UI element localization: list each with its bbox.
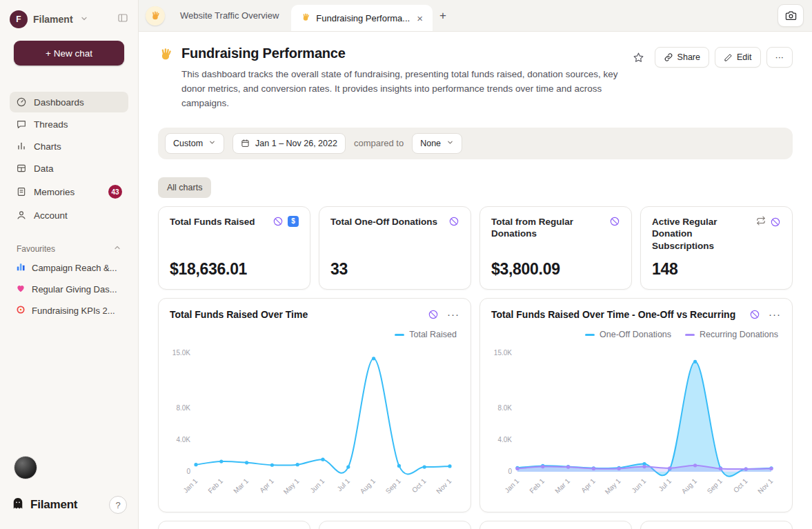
sidebar-item-memories[interactable]: Memories 43 (10, 180, 128, 203)
sidebar-item-dashboards[interactable]: Dashboards (10, 92, 128, 112)
kpi-title: Total Funds Raised (170, 216, 267, 228)
date-range-type-select[interactable]: Custom (165, 133, 224, 154)
memories-count-badge: 43 (108, 185, 122, 199)
sidebar-item-threads[interactable]: Threads (10, 114, 128, 134)
x-axis-label: Mar 1 (232, 477, 250, 495)
x-axis-label: Aug 1 (359, 477, 377, 496)
chart-title: Total Funds Raised Over Time (170, 309, 428, 320)
hide-chart-icon[interactable] (428, 309, 439, 320)
new-tab-button[interactable]: + (433, 6, 453, 26)
help-button[interactable]: ? (109, 496, 127, 514)
tab-website-traffic-overview[interactable]: Website Traffic Overview (168, 0, 291, 32)
favourite-star-button[interactable] (628, 47, 649, 68)
line-chart: 04.0K8.0K15.0KJan 1Feb 1Mar 1Apr 1May 1J… (170, 341, 459, 505)
sidebar-item-account[interactable]: Account (10, 205, 128, 226)
legend-item[interactable]: One-Off Donations (585, 330, 671, 339)
memories-icon (16, 186, 27, 197)
y-axis-label: 15.0K (172, 349, 190, 357)
sidebar-item-data[interactable]: Data (10, 158, 128, 179)
chart-menu-button[interactable]: ··· (447, 308, 459, 320)
data-point (448, 465, 451, 468)
data-point (592, 467, 595, 470)
tab-label: Fundraising Performa... (316, 13, 410, 23)
series-line (517, 362, 771, 477)
y-axis-label: 8.0K (176, 405, 190, 412)
x-axis-label: May 1 (604, 477, 622, 496)
screenshot-button[interactable] (778, 4, 804, 27)
hide-chart-icon[interactable] (448, 216, 459, 227)
x-axis-label: Jun 1 (630, 477, 647, 495)
x-axis-label: Jul 1 (335, 477, 351, 493)
chevron-down-icon[interactable] (80, 13, 88, 26)
hide-chart-icon[interactable] (770, 217, 781, 228)
favourite-item-regular-giving[interactable]: Regular Giving Das... (10, 279, 128, 299)
filament-home-tab[interactable] (143, 3, 168, 28)
kpi-title: Total One-Off Donations (330, 216, 443, 228)
hide-chart-icon[interactable] (609, 216, 620, 227)
kpi-grid: Total Funds Raised $ $18,636.01 Total On… (158, 206, 793, 290)
sidebar-item-label: Account (34, 210, 68, 221)
favourite-item-campaign-reach[interactable]: Campaign Reach &... (10, 258, 128, 278)
x-axis-label: Apr 1 (258, 477, 275, 495)
edit-button[interactable]: Edit (715, 47, 761, 68)
data-point (719, 467, 722, 470)
dashboard-content: Fundraising Performance This dashboard t… (139, 32, 812, 529)
star-icon (633, 52, 644, 63)
workspace-avatar[interactable]: F (10, 10, 28, 28)
compare-select[interactable]: None (412, 133, 462, 154)
data-point (321, 458, 324, 461)
x-axis-label: Oct 1 (410, 477, 428, 495)
more-options-button[interactable]: ··· (766, 47, 793, 68)
chart-menu-button[interactable]: ··· (769, 308, 781, 320)
sidebar: F Filament + New chat Dashboards Threads (0, 0, 139, 529)
data-point (372, 357, 375, 361)
legend-swatch (395, 334, 404, 336)
share-button[interactable]: Share (655, 47, 709, 68)
favourite-label: Campaign Reach &... (32, 263, 117, 273)
workspace-header: F Filament (0, 0, 138, 34)
data-point (346, 466, 350, 469)
data-point (693, 360, 697, 363)
hide-chart-icon[interactable] (749, 309, 760, 320)
kpi-value: $3,800.09 (491, 252, 620, 279)
favourite-item-fundraising-kpis[interactable]: Fundraising KPIs 2... (10, 301, 128, 321)
sidebar-item-charts[interactable]: Charts (10, 136, 128, 157)
legend-item[interactable]: Total Raised (395, 330, 457, 339)
data-point (270, 463, 274, 467)
chart-legend: Total Raised (170, 330, 459, 339)
kpi-value: 148 (652, 252, 781, 279)
kpi-card-total-regular-donations: Total from Regular Donations $3,800.09 (479, 206, 632, 290)
dashboard-icon (16, 97, 27, 108)
date-range-picker[interactable]: Jan 1 – Nov 26, 2022 (232, 133, 346, 154)
kpi-card-donation-form-conversion: Donation Form Conversion (319, 521, 471, 529)
tab-fundraising-performance[interactable]: Fundraising Performa... × (291, 5, 433, 31)
target-icon (16, 305, 26, 317)
kpi-card-total-one-off-donations: Total One-Off Donations 33 (319, 206, 471, 290)
kpi-card-tickets-sold: Number of Tickets Sold (479, 521, 632, 529)
footer-brand: Filament (30, 498, 77, 512)
user-avatar[interactable] (14, 456, 37, 479)
hide-chart-icon[interactable] (273, 216, 284, 227)
header-actions: Share Edit ··· (628, 46, 793, 68)
legend-item[interactable]: Recurring Donations (685, 330, 778, 339)
x-axis-label: Jan 1 (503, 477, 520, 495)
workspace-name[interactable]: Filament (33, 14, 73, 25)
chevron-up-icon[interactable] (113, 243, 121, 254)
wave-emoji-icon (158, 46, 173, 65)
data-point (219, 460, 223, 463)
new-chat-button[interactable]: + New chat (14, 41, 124, 66)
x-axis-label: Jan 1 (181, 477, 199, 495)
bottom-cards-grid: Total from Ticket Sales Donation Form Co… (158, 521, 793, 529)
x-axis-label: Mar 1 (553, 477, 571, 495)
data-point (296, 463, 299, 466)
x-axis-label: May 1 (282, 477, 301, 496)
x-axis-label: Oct 1 (732, 477, 749, 495)
data-point (642, 465, 646, 468)
data-point (515, 467, 519, 470)
wave-hand-icon (146, 6, 165, 26)
collapse-sidebar-icon[interactable] (117, 12, 128, 26)
close-tab-icon[interactable]: × (415, 12, 424, 24)
all-charts-filter-chip[interactable]: All charts (158, 177, 211, 198)
legend-label: Recurring Donations (700, 330, 778, 339)
page-header: Fundraising Performance This dashboard t… (158, 32, 793, 111)
